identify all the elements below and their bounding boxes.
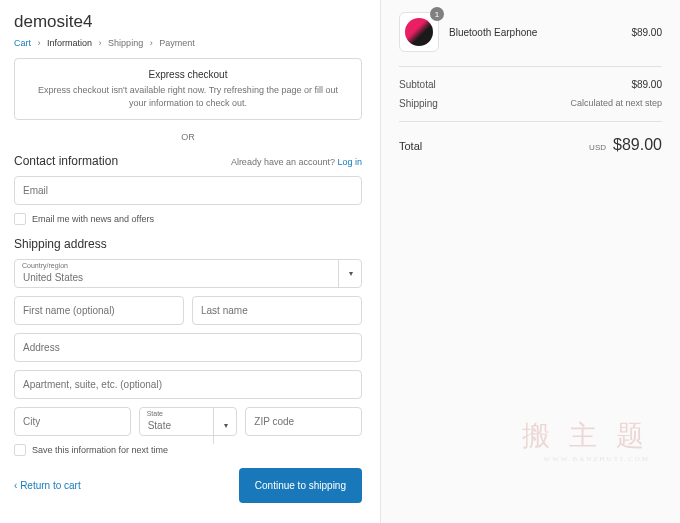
chevron-right-icon: › (150, 38, 153, 48)
total-currency: USD (589, 143, 606, 152)
breadcrumb: Cart › Information › Shipping › Payment (14, 38, 362, 48)
country-select[interactable]: Country/region United States ▾ (14, 259, 362, 288)
save-info-label: Save this information for next time (32, 445, 168, 455)
shipping-address-title: Shipping address (14, 237, 362, 251)
chevron-right-icon: › (38, 38, 41, 48)
or-separator: OR (14, 132, 362, 142)
breadcrumb-shipping: Shipping (108, 38, 143, 48)
cart-item: 1 Bluetooth Earphone $89.00 (399, 12, 662, 52)
product-price: $89.00 (631, 27, 662, 38)
express-checkout-box: Express checkout Express checkout isn't … (14, 58, 362, 120)
shipping-value: Calculated at next step (570, 98, 662, 109)
address-field[interactable] (14, 333, 362, 362)
shipping-label: Shipping (399, 98, 438, 109)
express-checkout-message: Express checkout isn't available right n… (29, 84, 347, 109)
country-value: United States (23, 272, 353, 283)
total-value: $89.00 (613, 136, 662, 153)
email-field[interactable] (14, 176, 362, 205)
login-prompt: Already have an account? Log in (231, 157, 362, 167)
quantity-badge: 1 (430, 7, 444, 21)
chevron-down-icon: ▾ (338, 259, 362, 288)
chevron-right-icon: › (99, 38, 102, 48)
continue-to-shipping-button[interactable]: Continue to shipping (239, 468, 362, 503)
site-title: demosite4 (14, 12, 362, 32)
return-to-cart-link[interactable]: ‹ Return to cart (14, 480, 81, 491)
login-link[interactable]: Log in (337, 157, 362, 167)
product-thumbnail: 1 (399, 12, 439, 52)
chevron-left-icon: ‹ (14, 480, 17, 491)
newsletter-checkbox[interactable] (14, 213, 26, 225)
city-field[interactable] (14, 407, 131, 436)
zip-field[interactable] (245, 407, 362, 436)
state-label: State (147, 410, 163, 417)
breadcrumb-cart[interactable]: Cart (14, 38, 31, 48)
country-label: Country/region (22, 262, 68, 269)
contact-info-title: Contact information (14, 154, 118, 168)
apartment-field[interactable] (14, 370, 362, 399)
subtotal-label: Subtotal (399, 79, 436, 90)
state-select[interactable]: State State ▾ (139, 407, 238, 444)
save-info-checkbox[interactable] (14, 444, 26, 456)
first-name-field[interactable] (14, 296, 184, 325)
express-checkout-title: Express checkout (29, 69, 347, 80)
newsletter-label: Email me with news and offers (32, 214, 154, 224)
subtotal-value: $89.00 (631, 79, 662, 90)
last-name-field[interactable] (192, 296, 362, 325)
breadcrumb-payment: Payment (159, 38, 195, 48)
product-name: Bluetooth Earphone (449, 27, 621, 38)
breadcrumb-information: Information (47, 38, 92, 48)
chevron-down-icon: ▾ (213, 407, 237, 444)
total-label: Total (399, 140, 422, 152)
